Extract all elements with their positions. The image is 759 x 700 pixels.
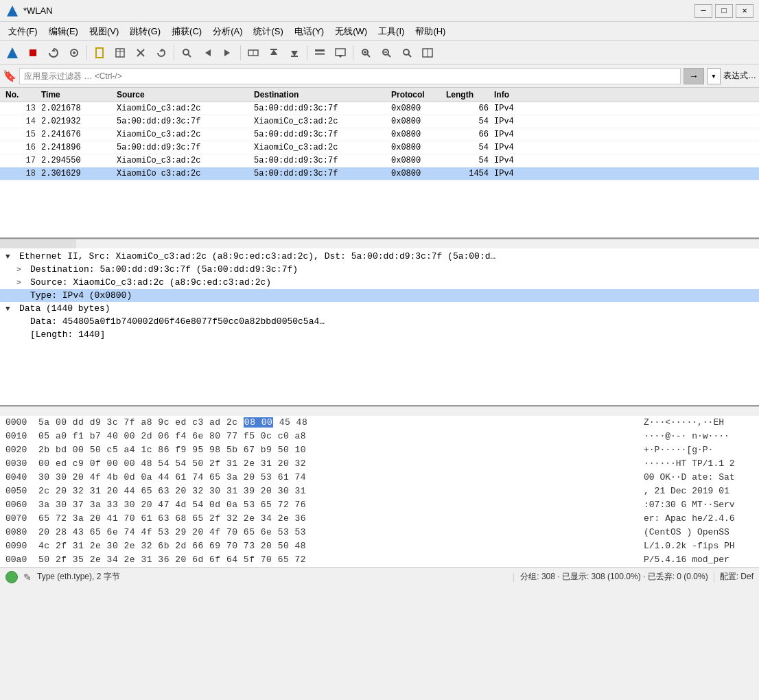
pr-time: 2.241896 [41,143,117,152]
toolbar-wireshark-icon[interactable] [3,44,22,62]
close-button[interactable]: ✕ [736,4,754,18]
packet-row[interactable]: 14 2.021932 5a:00:dd:d9:3c:7f XiaomiCo_c… [0,115,759,128]
hex-offset: 0070 [5,513,33,525]
toolbar-zoom-in-icon[interactable] [356,44,375,62]
hscroll1[interactable] [0,239,759,248]
col-destination: Destination [254,90,391,100]
pr-no: 14 [0,117,41,126]
menu-item-捕获(C)[interactable]: 捕获(C) [166,23,207,40]
toolbar [0,41,759,65]
hex-row[interactable]: 0050 2c 20 32 31 20 44 65 63 20 32 30 31… [0,485,759,498]
pr-dst: XiaomiCo_c3:ad:2c [254,143,391,152]
pr-src: XiaomiCo_c3:ad:2c [117,104,254,113]
menu-item-跳转(G)[interactable]: 跳转(G) [124,23,166,40]
toolbar-back-icon[interactable] [198,44,217,62]
pr-src: XiaomiCo_c3:ad:2c [117,156,254,165]
packet-list: No. Time Source Destination Protocol Len… [0,88,759,239]
ethernet-src-row[interactable]: > Source: XiaomiCo_c3:ad:2c (a8:9c:ed:c3… [0,276,759,289]
minimize-button[interactable]: — [694,4,712,18]
hex-highlight: 08 00 [244,417,274,428]
hex-ascii: ······HT TP/1.1 2 [644,458,754,470]
hex-row[interactable]: 0070 65 72 3a 20 41 70 61 63 68 65 2f 32… [0,512,759,526]
toolbar-search-icon[interactable] [177,44,196,62]
hex-row[interactable]: 0090 4c 2f 31 2e 30 2e 32 6b 2d 66 69 70… [0,539,759,553]
pr-info: IPv4 [494,156,759,165]
window-controls[interactable]: — □ ✕ [694,4,754,18]
hex-bytes: 50 2f 35 2e 34 2e 31 36 20 6d 6f 64 5f 7… [38,554,638,566]
pr-no: 16 [0,143,41,152]
toolbar-zoom-normal-icon[interactable] [397,44,417,62]
menu-item-视图(V)[interactable]: 视图(V) [84,23,124,40]
data-header-text: Data (1440 bytes) [19,303,110,314]
menu-item-帮助(H)[interactable]: 帮助(H) [410,23,451,40]
toolbar-resize-icon[interactable] [418,44,437,62]
filter-input[interactable] [19,68,681,84]
menu-item-统计(S)[interactable]: 统计(S) [248,23,288,40]
toolbar-zoom-out-icon[interactable] [377,44,396,62]
toolbar-goto-icon[interactable] [244,44,263,62]
filter-bookmark-icon[interactable]: 🔖 [3,69,16,83]
svg-line-14 [188,54,191,57]
ethernet-type-row[interactable]: Type: IPv4 (0x0800) [0,289,759,302]
hex-row[interactable]: 0020 2b bd 00 50 c5 a4 1c 86 f9 95 98 5b… [0,443,759,457]
svg-line-35 [408,54,411,57]
filter-apply-button[interactable]: → [684,68,704,84]
hex-row[interactable]: 0000 5a 00 dd d9 3c 7f a8 9c ed c3 ad 2c… [0,416,759,430]
hscroll2[interactable] [0,406,759,416]
pr-src: 5a:00:dd:d9:3c:7f [117,143,254,152]
toolbar-refresh-icon[interactable] [152,44,171,62]
menu-item-编辑(E)[interactable]: 编辑(E) [43,23,84,40]
hex-row[interactable]: 0040 30 30 20 4f 4b 0d 0a 44 61 74 65 3a… [0,471,759,485]
packet-row[interactable]: 18 2.301629 XiaomiCo c3:ad:2c 5a:00:dd:d… [0,167,759,180]
packet-row[interactable]: 16 2.241896 5a:00:dd:d9:3c:7f XiaomiCo_c… [0,141,759,154]
data-value-text: Data: 454805a0f1b740002d06f46e8077f50cc0… [30,316,325,327]
hex-row[interactable]: 0060 3a 30 37 3a 33 30 20 47 4d 54 0d 0a… [0,498,759,512]
status-text: Type (eth.type), 2 字节 [37,571,507,583]
maximize-button[interactable]: □ [715,4,733,18]
toolbar-colorize-icon[interactable] [310,44,329,62]
hex-row[interactable]: 0030 00 ed c9 0f 00 00 48 54 54 50 2f 31… [0,457,759,471]
pr-proto: 0x0800 [391,130,446,139]
filter-dropdown-button[interactable]: ▾ [707,68,721,84]
hex-offset: 0010 [5,430,33,443]
toolbar-forward-icon[interactable] [218,44,237,62]
toolbar-autoscroll-icon[interactable] [331,44,350,62]
toolbar-table-icon[interactable] [110,44,130,62]
hex-row[interactable]: 00a0 50 2f 35 2e 34 2e 31 36 20 6d 6f 64… [0,553,759,567]
packet-row[interactable]: 13 2.021678 XiaomiCo_c3:ad:2c 5a:00:dd:d… [0,102,759,115]
app-icon [5,4,19,18]
menu-item-工具(I)[interactable]: 工具(I) [373,23,410,40]
toolbar-settings-icon[interactable] [65,44,84,62]
hex-bytes: 5a 00 dd d9 3c 7f a8 9c ed c3 ad 2c 08 0… [38,417,638,429]
pr-info: IPv4 [494,143,759,152]
hex-row[interactable]: 0010 05 a0 f1 b7 40 00 2d 06 f4 6e 80 77… [0,430,759,443]
data-length-row[interactable]: [Length: 1440] [0,328,759,341]
pr-time: 2.241676 [41,130,117,139]
capture-status-indicator [5,571,18,583]
menu-item-分析(A)[interactable]: 分析(A) [207,23,248,40]
hex-offset: 0030 [5,458,33,470]
toolbar-bottom-icon[interactable] [285,44,304,62]
toolbar-top-icon[interactable] [264,44,283,62]
window-title: *WLAN [23,5,53,16]
toolbar-stop-icon[interactable] [23,44,43,62]
menu-item-文件(F)[interactable]: 文件(F) [3,23,43,40]
data-value-row[interactable]: Data: 454805a0f1b740002d06f46e8077f50cc0… [0,315,759,328]
svg-rect-23 [315,49,325,51]
toolbar-bookmark-icon[interactable] [90,44,109,62]
toolbar-restart-icon[interactable] [44,44,63,62]
hex-bytes: 20 28 43 65 6e 74 4f 53 29 20 4f 70 65 6… [38,526,638,539]
hex-bytes: 65 72 3a 20 41 70 61 63 68 65 2f 32 2e 3… [38,513,638,525]
data-row[interactable]: ▼ Data (1440 bytes) [0,302,759,315]
ethernet-row[interactable]: ▼ Ethernet II, Src: XiaomiCo_c3:ad:2c (a… [0,250,759,263]
menu-item-电话(Y)[interactable]: 电话(Y) [289,23,329,40]
menu-item-无线(W)[interactable]: 无线(W) [329,23,373,40]
packet-row[interactable]: 15 2.241676 XiaomiCo_c3:ad:2c 5a:00:dd:d… [0,128,759,141]
hex-ascii: L/1.0.2k -fips PH [644,540,754,552]
pr-src: 5a:00:dd:d9:3c:7f [117,117,254,126]
hex-row[interactable]: 0080 20 28 43 65 6e 74 4f 53 29 20 4f 70… [0,526,759,539]
pr-no: 15 [0,130,41,139]
ethernet-dst-row[interactable]: > Destination: 5a:00:dd:d9:3c:7f (5a:00:… [0,263,759,276]
packet-row[interactable]: 17 2.294550 XiaomiCo_c3:ad:2c 5a:00:dd:d… [0,154,759,167]
toolbar-close-icon[interactable] [131,44,150,62]
